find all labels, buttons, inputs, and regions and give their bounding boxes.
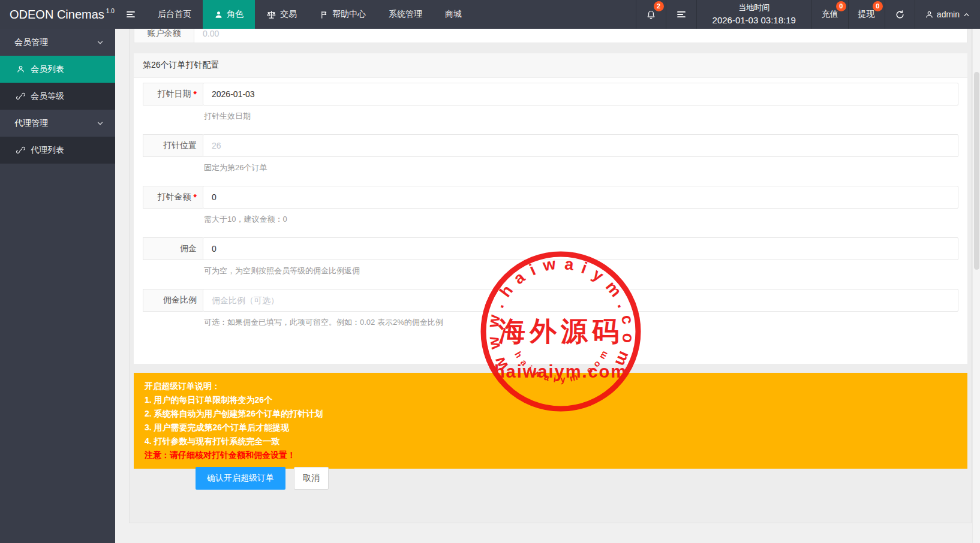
nav-item-transactions[interactable]: 交易 <box>255 0 308 29</box>
hamburger-icon <box>676 9 687 20</box>
user-icon <box>214 10 223 19</box>
nav-item-dashboard[interactable]: 后台首页 <box>146 0 203 29</box>
super-order-notice: 开启超级订单说明： 1. 用户的每日订单限制将变为26个 2. 系统将自动为用户… <box>134 373 967 469</box>
confirm-super-order-button[interactable]: 确认开启超级订单 <box>196 467 285 490</box>
bell-icon <box>646 10 656 20</box>
local-time: 当地时间 2026-01-03 03:18:19 <box>696 0 811 29</box>
top-navbar: ODEON Cinemas 1.0 后台首页 角色 交易 帮助中心 系统管理 商… <box>0 0 980 29</box>
user-icon <box>16 65 25 74</box>
app-logo: ODEON Cinemas 1.0 <box>0 0 115 29</box>
local-time-value: 2026-01-03 03:18:19 <box>713 14 796 28</box>
app-logo-text: ODEON Cinemas <box>10 8 104 22</box>
notifications-badge: 2 <box>654 1 664 11</box>
required-asterisk: * <box>194 192 197 202</box>
commission-input[interactable] <box>203 238 958 260</box>
account-balance-row: 账户余额 0.00 <box>134 29 967 43</box>
nav-item-help-center[interactable]: 帮助中心 <box>308 0 377 29</box>
required-asterisk: * <box>194 89 197 99</box>
field-helper-text: 可选：如果佣金已填写，此项可留空。例如：0.02 表示2%的佣金比例 <box>204 317 958 328</box>
user-icon <box>925 10 934 19</box>
scrollbar-thumb[interactable] <box>974 72 979 270</box>
notice-line: 2. 系统将自动为用户创建第26个订单的打针计划 <box>145 408 957 420</box>
main-content: 账户余额 0.00 第26个订单打针配置 打针日期 * 打针生效日 <box>115 29 980 543</box>
sidebar: 会员管理 会员列表 会员等级 代理管理 代理列表 <box>0 29 115 543</box>
section-title: 第26个订单打针配置 <box>134 53 967 78</box>
link-icon <box>16 146 25 155</box>
notice-line: 1. 用户的每日订单限制将变为26个 <box>145 394 957 406</box>
injection-date-input[interactable] <box>203 83 958 105</box>
nav-item-roles[interactable]: 角色 <box>203 0 255 29</box>
cancel-button[interactable]: 取消 <box>294 467 329 490</box>
field-injection-amount: 打针金额 * 需大于10，建议金额：0 <box>143 186 958 225</box>
field-label-text: 佣金 <box>180 243 197 254</box>
app-logo-version: 1.0 <box>106 8 115 14</box>
vertical-scrollbar[interactable] <box>972 29 980 543</box>
chevron-up-icon <box>963 11 970 19</box>
refresh-button[interactable] <box>885 0 915 29</box>
notice-line: 3. 用户需要完成第26个订单后才能提现 <box>145 421 957 434</box>
scales-icon <box>266 10 276 20</box>
notifications-button[interactable]: 2 <box>636 0 666 29</box>
injection-position-input <box>203 135 958 156</box>
sidebar-group-agent-management[interactable]: 代理管理 <box>0 110 115 137</box>
menu-toggle-button[interactable] <box>666 0 696 29</box>
field-injection-position: 打针位置 固定为第26个订单 <box>143 134 958 173</box>
field-label-text: 打针金额 <box>158 192 191 203</box>
field-helper-text: 固定为第26个订单 <box>204 162 958 173</box>
form-panel: 账户余额 0.00 第26个订单打针配置 打针日期 * 打针生效日 <box>129 29 972 523</box>
nav-item-system[interactable]: 系统管理 <box>377 0 434 29</box>
injection-config-card: 第26个订单打针配置 打针日期 * 打针生效日期 <box>134 53 967 364</box>
account-balance-label: 账户余额 <box>134 29 194 43</box>
chevron-down-icon <box>96 119 104 128</box>
recharge-button[interactable]: 充值 0 <box>811 0 848 29</box>
field-helper-text: 打针生效日期 <box>204 111 958 122</box>
notice-line: 4. 打针参数与现有打针系统完全一致 <box>145 435 957 448</box>
notice-warning: 注意：请仔细核对打针金额和佣金设置！ <box>145 449 957 461</box>
sidebar-group-member-management[interactable]: 会员管理 <box>0 29 115 56</box>
local-time-label: 当地时间 <box>713 2 796 14</box>
sidebar-collapse-button[interactable] <box>115 0 146 29</box>
sidebar-item-agent-list[interactable]: 代理列表 <box>0 137 115 164</box>
withdraw-button[interactable]: 提现 0 <box>848 0 885 29</box>
form-actions: 确认开启超级订单 取消 <box>196 467 329 490</box>
field-injection-date: 打针日期 * 打针生效日期 <box>143 83 958 122</box>
username: admin <box>937 10 960 19</box>
field-label-text: 佣金比例 <box>163 295 197 306</box>
sidebar-item-member-list[interactable]: 会员列表 <box>0 56 115 83</box>
sidebar-item-member-level[interactable]: 会员等级 <box>0 83 115 110</box>
field-commission-rate: 佣金比例 可选：如果佣金已填写，此项可留空。例如：0.02 表示2%的佣金比例 <box>143 289 958 328</box>
flag-icon <box>320 10 329 19</box>
withdraw-badge: 0 <box>873 1 883 11</box>
recharge-badge: 0 <box>836 1 846 11</box>
field-commission: 佣金 可为空，为空则按照会员等级的佣金比例返佣 <box>143 237 958 276</box>
injection-amount-input[interactable] <box>203 186 958 208</box>
commission-rate-input[interactable] <box>203 289 958 311</box>
link-icon <box>16 92 25 101</box>
nav-item-mall[interactable]: 商城 <box>434 0 473 29</box>
hamburger-icon <box>125 9 136 20</box>
chevron-down-icon <box>96 38 104 47</box>
notice-line: 开启超级订单说明： <box>145 380 957 393</box>
field-label-text: 打针日期 <box>158 89 191 99</box>
user-menu[interactable]: admin <box>915 0 980 29</box>
field-helper-text: 需大于10，建议金额：0 <box>204 214 958 225</box>
refresh-icon <box>895 10 905 20</box>
field-helper-text: 可为空，为空则按照会员等级的佣金比例返佣 <box>204 266 958 276</box>
account-balance-value: 0.00 <box>194 29 967 43</box>
field-label-text: 打针位置 <box>163 140 197 151</box>
